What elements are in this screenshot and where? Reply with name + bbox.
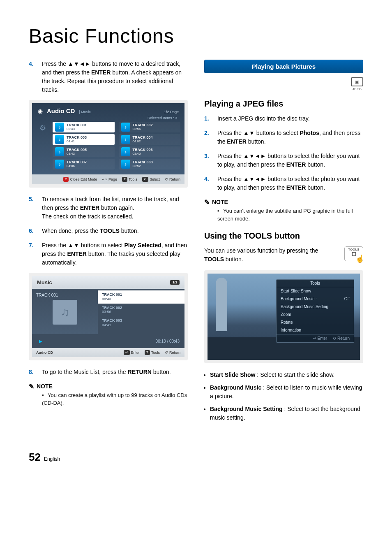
page-number: 52	[29, 451, 41, 464]
music-note-icon	[55, 123, 64, 132]
track-duration: 03:43	[67, 152, 87, 156]
enter-label: ENTER	[286, 184, 306, 191]
step-text: When done, press the	[42, 227, 100, 234]
tools-popup: Tools Start Slide Show Background Music …	[276, 279, 354, 343]
selected-count: Selected Items : 3	[32, 116, 184, 120]
track-item[interactable]: TRACK 00704:06	[53, 159, 115, 169]
music-page: 1/3	[170, 280, 180, 285]
track-name: TRACK 002	[102, 306, 180, 310]
step-text: To go to the Music List, press the	[42, 369, 128, 375]
track-name: TRACK 003	[102, 318, 180, 323]
page-nav-hint: « » Page	[102, 177, 118, 182]
subheading: Using the TOOLS button	[204, 231, 363, 241]
cd-icon: ◉	[38, 108, 43, 114]
step-4: 4. Press the ▲▼◄► buttons to move to a d…	[29, 60, 188, 94]
r-step-3: 3. Press the ▲▼◄► buttons to select the …	[204, 152, 363, 169]
music-note-icon	[55, 160, 64, 169]
play-icon[interactable]: ▶	[37, 337, 44, 345]
r-step-1: 1. Insert a JPEG disc into the disc tray…	[204, 114, 363, 123]
tools-hint: T Tools	[145, 350, 160, 355]
photos-label: Photos	[300, 130, 319, 136]
track-duration: 00:43	[67, 128, 87, 131]
music-player-screenshot: Music 1/3 TRACK 001 ♫ TRACK 00100:43 TRA…	[29, 273, 188, 360]
track-duration: 03:52	[133, 165, 153, 168]
track-item[interactable]: TRACK 00803:52	[119, 159, 181, 169]
list-item: Start Slide Show : Select to start the s…	[210, 371, 363, 379]
note-body: ▪You can create a playlist with up to 99…	[42, 392, 188, 407]
track-item[interactable]: TRACK 00203:56	[119, 122, 181, 132]
enter-label: ENTER	[286, 161, 306, 168]
step-number: 8.	[29, 368, 36, 376]
audio-title: Audio CD	[47, 107, 75, 114]
step-number: 4.	[29, 60, 36, 94]
track-item[interactable]: TRACK 00304:41	[53, 134, 115, 145]
enter-label: ENTER	[80, 204, 99, 211]
subheading: Playing a JPEG files	[204, 99, 363, 109]
track-item[interactable]: TRACK 00404:02	[119, 134, 181, 145]
r-step-4: 4. Press the ▲▼◄► buttons to select the …	[204, 175, 363, 192]
tools-menu-item[interactable]: Zoom	[277, 311, 354, 318]
audio-page: 1/2 Page	[164, 110, 179, 114]
step-number: 2.	[204, 129, 212, 146]
right-column: Playing back Pictures ▣ JPEG Playing a J…	[204, 60, 363, 426]
step-text: button.	[152, 369, 171, 375]
return-label: RETURN	[128, 369, 152, 375]
track-item[interactable]: TRACK 00503:43	[53, 146, 115, 157]
playlist-item[interactable]: TRACK 00100:43	[98, 290, 184, 304]
track-duration: 04:41	[102, 323, 111, 327]
step-text: Insert a JPEG disc into the disc tray.	[217, 115, 310, 122]
enter-label: ENTER	[227, 138, 246, 145]
step-text: Press the ▲▼ buttons to select	[217, 130, 300, 136]
tools-menu-item[interactable]: Start Slide Show	[277, 287, 354, 295]
track-duration: 04:41	[67, 140, 87, 144]
track-duration: 04:02	[133, 140, 153, 144]
playback-time: 00:13 / 00:43	[156, 339, 180, 343]
step-number: 3.	[204, 152, 212, 169]
enter-label: ENTER	[67, 251, 86, 257]
picture-icon: ▣	[351, 77, 363, 86]
music-note-icon	[55, 147, 64, 156]
track-duration: 03:56	[102, 310, 111, 314]
track-duration: 03:40	[133, 152, 153, 156]
step-text: button.	[306, 184, 325, 191]
tools-menu-item[interactable]: Background Music :Off	[277, 295, 354, 303]
note-icon: ✎	[204, 198, 210, 206]
now-playing-label: TRACK 001	[36, 293, 94, 297]
close-edit-mode-hint: CClose Edit Mode	[63, 177, 97, 182]
jpeg-label: JPEG	[353, 87, 362, 91]
track-item[interactable]: TRACK 00603:40	[119, 146, 181, 157]
music-note-icon	[121, 160, 130, 169]
left-column: 4. Press the ▲▼◄► buttons to move to a d…	[29, 60, 188, 426]
tools-menu-item[interactable]: Background Music Setting	[277, 303, 354, 311]
tools-menu-item[interactable]: Information	[277, 326, 354, 334]
tools-menu-title: Tools	[277, 280, 354, 287]
tools-hint: TTools	[122, 177, 137, 182]
enter-hint: ↵ Enter	[124, 350, 140, 355]
playlist-item[interactable]: TRACK 00304:41	[98, 316, 184, 330]
step-number: 5.	[29, 195, 36, 221]
step-text: button.	[247, 138, 266, 145]
step-text: Press the ▲▼ buttons to select	[42, 242, 124, 248]
play-selected-label: Play Selected	[124, 242, 161, 248]
track-duration: 03:56	[133, 128, 153, 131]
note-heading: ✎ NOTE	[29, 382, 188, 390]
tools-button-graphic: TOOLS ☐ ☝	[344, 246, 363, 261]
step-text: button.	[306, 161, 325, 168]
step-number: 1.	[204, 114, 212, 123]
step-number: 7.	[29, 241, 36, 267]
return-hint: ↺ Return	[165, 350, 180, 355]
audio-subtitle: | Music	[79, 110, 90, 114]
language-label: English	[44, 456, 60, 462]
playlist-item[interactable]: TRACK 00203:56	[98, 304, 184, 317]
enter-label: ENTER	[91, 69, 111, 76]
track-duration: 04:06	[67, 165, 87, 168]
step-7: 7. Press the ▲▼ buttons to select Play S…	[29, 241, 188, 267]
track-item[interactable]: TRACK 00100:43	[53, 122, 115, 132]
jpeg-badge: ▣ JPEG	[351, 77, 363, 91]
page-footer: 52 English	[29, 451, 363, 464]
enter-hint: ↵ Enter	[313, 336, 327, 341]
tools-menu-item[interactable]: Rotate	[277, 318, 354, 326]
step-6: 6. When done, press the TOOLS button.	[29, 227, 188, 235]
step-number: 6.	[29, 227, 36, 235]
step-text: button again.	[99, 204, 134, 211]
